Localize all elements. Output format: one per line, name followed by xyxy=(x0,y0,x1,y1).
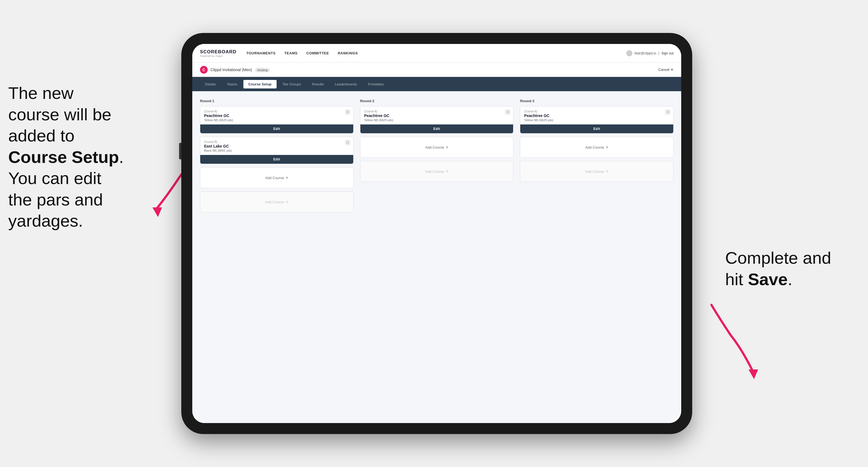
tab-results[interactable]: Results xyxy=(307,80,329,89)
round-1-course-a-name: Peachtree GC xyxy=(204,114,349,118)
round-3-course-a-card: ☐ (Course A) Peachtree GC Yellow (M) (66… xyxy=(520,106,674,133)
annotation-left: The new course will be added to Course S… xyxy=(8,83,151,231)
round-1-add-course-2: Add Course + xyxy=(200,191,353,212)
tab-details[interactable]: Details xyxy=(200,80,221,89)
round-3-add-course-dimmed-plus-icon: + xyxy=(606,169,608,174)
round-2-course-a-name: Peachtree GC xyxy=(364,114,509,118)
sign-out-link[interactable]: Sign out xyxy=(661,51,674,55)
round-2-label: Round 2 xyxy=(360,99,514,103)
round-3-add-course-2: Add Course + xyxy=(520,161,674,182)
round-2-add-course-label: Add Course xyxy=(425,145,444,150)
round-2-course-a-card: ☐ (Course A) Peachtree GC Yellow (M) (66… xyxy=(360,106,514,133)
round-3-course-a-tag: (Course A) xyxy=(524,110,670,113)
logo-subtitle: Powered by clippd xyxy=(200,55,237,57)
tab-course-setup[interactable]: Course Setup xyxy=(243,80,277,89)
round-2-add-course-dimmed-plus-icon: + xyxy=(446,169,448,174)
hosting-badge: Hosting xyxy=(255,68,270,72)
round-2-course-a-edit[interactable]: Edit xyxy=(361,124,514,133)
round-1-course-a-tee: Yellow (M) (6629 yds) xyxy=(204,118,349,122)
tablet-screen: SCOREBOARD Powered by clippd TOURNAMENTS… xyxy=(192,44,681,423)
tab-printables[interactable]: Printables xyxy=(363,80,389,89)
add-course-label: Add Course xyxy=(265,176,284,180)
user-email: blair@clippd.io xyxy=(634,51,656,55)
cancel-icon: ✕ xyxy=(671,68,674,72)
add-course-dimmed-label: Add Course xyxy=(265,200,284,204)
tab-teams[interactable]: Teams xyxy=(222,80,242,89)
tab-bar: Details Teams Course Setup Tee Groups Re… xyxy=(192,77,681,91)
nav-links: TOURNAMENTS TEAMS COMMITTEE RANKINGS xyxy=(246,51,626,55)
scoreboard-logo: SCOREBOARD Powered by clippd xyxy=(200,49,237,57)
tournament-name: Clippd Invitational xyxy=(210,68,241,72)
round-1-course-a-edit[interactable]: Edit xyxy=(200,124,353,133)
round-3-add-course-label: Add Course xyxy=(585,145,604,150)
user-avatar xyxy=(626,50,632,56)
nav-rankings[interactable]: RANKINGS xyxy=(338,51,358,55)
tablet-frame: SCOREBOARD Powered by clippd TOURNAMENTS… xyxy=(181,33,692,434)
logo-title: SCOREBOARD xyxy=(200,49,237,55)
round-1-course-a-delete[interactable]: ☐ xyxy=(345,109,350,115)
round-1-add-course-1[interactable]: Add Course + xyxy=(200,167,353,188)
breadcrumb-left: C Clippd Invitational (Men) Hosting xyxy=(200,66,270,73)
tab-tee-groups[interactable]: Tee Groups xyxy=(278,80,306,89)
save-bold: Save xyxy=(748,270,788,289)
nav-user: blair@clippd.io | Sign out xyxy=(626,50,674,56)
round-3-label: Round 3 xyxy=(520,99,674,103)
cancel-button[interactable]: Cancel ✕ xyxy=(658,68,674,72)
annotation-right: Complete and hit Save. xyxy=(725,247,851,290)
round-2-column: Round 2 ☐ (Course A) Peachtree GC Yellow… xyxy=(360,99,514,216)
add-course-dimmed-plus-icon: + xyxy=(286,199,288,205)
round-1-course-a-card: ☐ (Course A) Peachtree GC Yellow (M) (66… xyxy=(200,106,353,133)
svg-marker-0 xyxy=(152,208,162,217)
main-content: Round 1 ☐ (Course A) Peachtree GC Yellow… xyxy=(192,91,681,423)
round-3-add-course-dimmed-label: Add Course xyxy=(585,169,604,174)
round-2-add-course-2: Add Course + xyxy=(360,161,514,182)
round-3-column: Round 3 ☐ (Course A) Peachtree GC Yellow… xyxy=(520,99,674,216)
breadcrumb-text: Clippd Invitational (Men) Hosting xyxy=(210,68,270,72)
add-course-plus-icon: + xyxy=(286,175,288,180)
round-3-course-a-edit[interactable]: Edit xyxy=(520,124,673,133)
round-1-course-a-tag: (Course A) xyxy=(204,110,349,113)
round-1-course-b-name: East Lake GC xyxy=(204,144,349,148)
round-1-course-b-edit[interactable]: Edit xyxy=(200,155,353,164)
round-1-course-b-tee: Black (M) (6891 yds) xyxy=(204,149,349,152)
svg-marker-1 xyxy=(748,370,758,379)
clippd-logo: C xyxy=(200,66,208,73)
round-1-course-b-tag: (Course B) xyxy=(204,141,349,144)
side-button xyxy=(179,143,181,159)
arrow-right-icon xyxy=(698,302,780,379)
round-2-course-a-tee: Yellow (M) (6629 yds) xyxy=(364,118,509,122)
course-setup-bold: Course Setup xyxy=(8,148,119,166)
nav-separator: | xyxy=(658,51,659,55)
tab-leaderboards[interactable]: Leaderboards xyxy=(330,80,362,89)
round-3-course-a-name: Peachtree GC xyxy=(524,114,670,118)
top-nav: SCOREBOARD Powered by clippd TOURNAMENTS… xyxy=(192,44,681,63)
tournament-division: (Men) xyxy=(242,68,253,72)
round-1-label: Round 1 xyxy=(200,99,353,103)
round-3-course-a-tee: Yellow (M) (6629 yds) xyxy=(524,118,670,122)
round-1-column: Round 1 ☐ (Course A) Peachtree GC Yellow… xyxy=(200,99,353,216)
round-3-course-a-delete[interactable]: ☐ xyxy=(665,109,671,115)
round-3-add-course-plus-icon: + xyxy=(606,145,608,150)
round-1-course-b-delete[interactable]: ☐ xyxy=(345,140,350,145)
round-2-add-course-dimmed-label: Add Course xyxy=(425,169,444,174)
round-2-add-course-1[interactable]: Add Course + xyxy=(360,137,514,158)
nav-teams[interactable]: TEAMS xyxy=(284,51,298,55)
nav-committee[interactable]: COMMITTEE xyxy=(306,51,329,55)
round-2-add-course-plus-icon: + xyxy=(446,145,448,150)
round-3-add-course-1[interactable]: Add Course + xyxy=(520,137,674,158)
rounds-grid: Round 1 ☐ (Course A) Peachtree GC Yellow… xyxy=(200,99,674,216)
breadcrumb-bar: C Clippd Invitational (Men) Hosting Canc… xyxy=(192,63,681,77)
round-2-course-a-tag: (Course A) xyxy=(364,110,509,113)
round-1-course-b-card: ☐ (Course B) East Lake GC Black (M) (689… xyxy=(200,137,353,164)
round-2-course-a-delete[interactable]: ☐ xyxy=(505,109,510,115)
nav-tournaments[interactable]: TOURNAMENTS xyxy=(246,51,276,55)
